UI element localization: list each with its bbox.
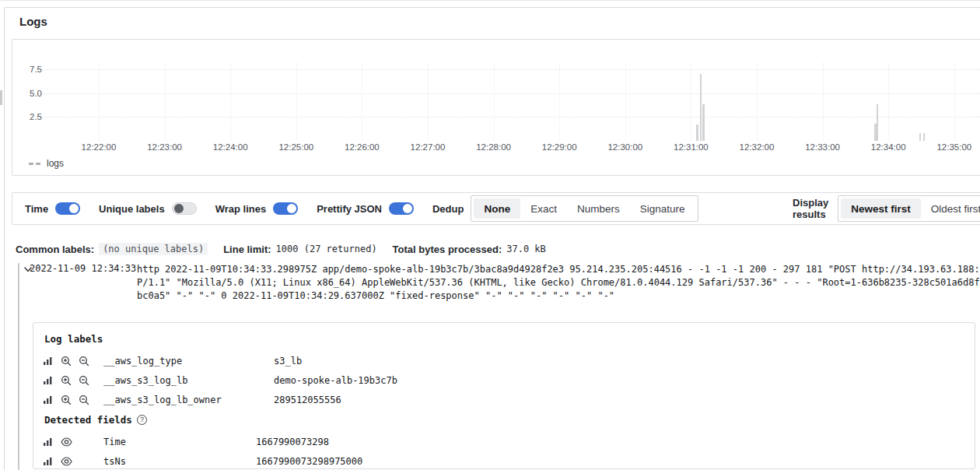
label-value: 289512055556 (274, 395, 341, 405)
log-controls-bar: TimeUnique labelsWrap linesPrettify JSON… (12, 192, 980, 225)
v-gridline (823, 63, 824, 141)
label-name: __aws_s3_log_lb (103, 375, 274, 386)
stats-icon[interactable] (43, 356, 61, 366)
v-gridline (888, 63, 889, 141)
toggle-knob (287, 204, 296, 213)
log-volume-bar (877, 104, 878, 141)
v-gridline (625, 63, 626, 141)
dedup-option-none[interactable]: None (474, 198, 520, 219)
v-gridline (296, 63, 297, 141)
log-message[interactable]: http 2022-11-09T10:34:33.298975Z app/dem… (137, 263, 980, 303)
detected-field-row: Time1667990073298 (43, 432, 965, 451)
x-tick-label: 12:26:00 (334, 142, 389, 152)
log-timestamp: 2022-11-09 12:34:33 (30, 263, 136, 274)
display-option-oldest-first[interactable]: Oldest first (921, 198, 980, 219)
toggle-knob (403, 204, 412, 213)
toggle-label: Wrap lines (215, 203, 267, 215)
total-bytes-label: Total bytes processed: (393, 244, 502, 255)
dedup-options: NoneExactNumbersSignature (471, 195, 698, 222)
show-field-icon[interactable] (61, 457, 79, 466)
label-name: __aws_s3_log_lb_owner (103, 395, 274, 405)
toggle-switch[interactable] (55, 202, 80, 215)
v-gridline (362, 63, 362, 141)
log-volume-bar (702, 104, 705, 141)
log-volume-bar (696, 125, 698, 141)
logs-panel: Logs 7.55.02.5 12:22:0012:23:0012:24:001… (4, 7, 980, 470)
log-volume-bar (700, 74, 702, 141)
stats-icon[interactable] (43, 437, 61, 447)
display-results-options: Newest firstOldest first (838, 195, 980, 222)
dedup-option-numbers[interactable]: Numbers (567, 198, 630, 219)
toggle-switch[interactable] (273, 202, 298, 215)
label-value: s3_lb (274, 356, 302, 367)
field-value: 1667990073298 (256, 437, 329, 447)
x-tick-label: 12:32:00 (730, 142, 784, 152)
x-tick-label: 12:34:00 (861, 142, 915, 152)
stats-icon[interactable] (43, 456, 61, 466)
help-icon[interactable]: ? (137, 415, 147, 425)
total-bytes-value: 37.0 kB (506, 244, 546, 254)
chart-legend[interactable]: logs (29, 158, 64, 169)
toggle-knob (69, 204, 79, 213)
h-gridline (37, 93, 980, 94)
filter-out-value-icon[interactable] (79, 395, 96, 405)
display-option-newest-first[interactable]: Newest first (841, 198, 921, 219)
x-tick-label: 12:35:00 (927, 142, 980, 152)
show-field-icon[interactable] (61, 437, 79, 447)
detected-fields-title: Detected fields ? (44, 414, 965, 426)
x-tick-label: 12:24:00 (203, 142, 257, 152)
dedup-option-signature[interactable]: Signature (630, 198, 695, 219)
log-label-row: __aws_s3_log_lbdemo-spoke-alb-19b3c7b (43, 370, 965, 390)
v-gridline (99, 63, 100, 141)
field-name: Time (103, 437, 256, 447)
toggle-knob (174, 204, 184, 213)
x-tick-label: 12:23:00 (138, 142, 192, 152)
v-gridline (428, 63, 429, 141)
toggle-switch[interactable] (172, 202, 197, 215)
stats-icon[interactable] (43, 375, 61, 385)
toggle-group-prettify-json: Prettify JSON (317, 202, 414, 215)
x-tick-label: 12:28:00 (467, 142, 521, 152)
display-results-label: Display results (793, 197, 828, 220)
toggle-label: Time (25, 203, 48, 215)
field-value: 1667990073298975000 (256, 456, 362, 467)
toggle-group-wrap-lines: Wrap lines (215, 202, 299, 215)
dedup-group: DedupNoneExactNumbersSignature (432, 195, 698, 222)
filter-out-value-icon[interactable] (79, 375, 96, 386)
log-labels-rows: __aws_log_types3_lb__aws_s3_log_lbdemo-s… (43, 351, 965, 409)
field-name: tsNs (103, 456, 256, 467)
line-limit: Line limit: 1000 (27 returned) (223, 244, 376, 255)
left-edge-scroll-fragment (0, 90, 2, 105)
log-options: TimeUnique labelsWrap linesPrettify JSON… (25, 193, 698, 224)
panel-title: Logs (19, 15, 47, 28)
log-volume-bar (923, 133, 925, 141)
v-gridline (494, 63, 495, 141)
toggle-switch[interactable] (389, 202, 414, 215)
stats-icon[interactable] (43, 395, 61, 405)
legend-series-label[interactable]: logs (47, 158, 64, 169)
toggle-group-time: Time (25, 202, 80, 215)
dedup-option-exact[interactable]: Exact (520, 198, 567, 219)
filter-for-value-icon[interactable] (61, 395, 79, 405)
dedup-label: Dedup (432, 203, 464, 215)
y-tick-label: 2.5 (20, 112, 42, 121)
total-bytes: Total bytes processed: 37.0 kB (393, 244, 546, 255)
filter-for-value-icon[interactable] (61, 375, 79, 386)
v-gridline (165, 63, 166, 141)
logs-volume-chart[interactable]: 7.55.02.5 12:22:0012:23:0012:24:0012:25:… (12, 39, 980, 176)
common-labels-label: Common labels: (16, 244, 94, 255)
log-volume-bar (919, 133, 921, 141)
v-gridline (691, 63, 691, 141)
logs-meta-row: Common labels: (no unique labels) Line l… (16, 243, 546, 255)
filter-for-value-icon[interactable] (61, 356, 79, 367)
filter-out-value-icon[interactable] (79, 356, 96, 367)
detected-fields-rows: Time1667990073298tsNs1667990073298975000 (43, 432, 965, 470)
h-gridline (37, 69, 980, 70)
log-label-row: __aws_log_types3_lb (43, 351, 965, 370)
detected-field-row: tsNs1667990073298975000 (43, 451, 965, 470)
common-labels-value: (no unique labels) (99, 243, 208, 255)
line-limit-value: 1000 (27 returned) (276, 244, 377, 254)
x-tick-label: 12:33:00 (796, 142, 850, 152)
v-gridline (954, 63, 955, 141)
common-labels: Common labels: (no unique labels) (16, 243, 208, 255)
